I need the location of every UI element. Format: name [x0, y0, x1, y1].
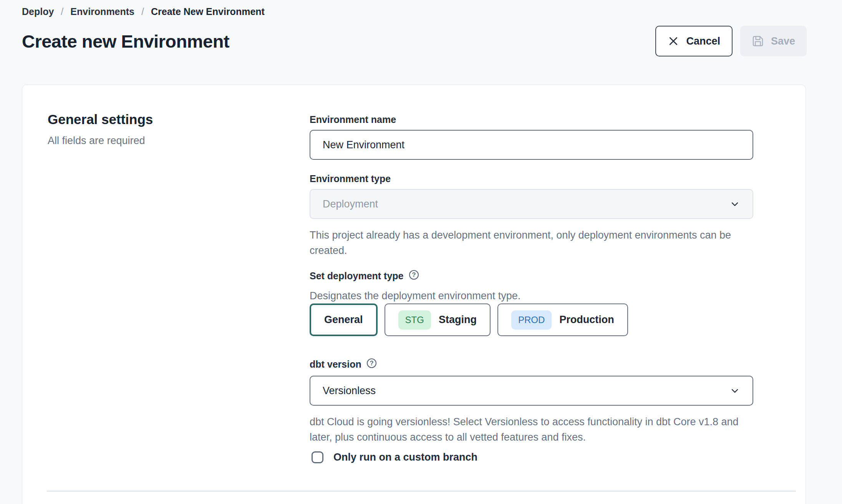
deployment-option-general[interactable]: General: [310, 303, 378, 336]
help-icon[interactable]: ?: [408, 269, 419, 283]
custom-branch-label: Only run on a custom branch: [333, 451, 477, 463]
chevron-down-icon: [729, 199, 740, 209]
staging-badge: STG: [398, 310, 431, 330]
save-button-label: Save: [771, 35, 795, 47]
close-icon: [668, 35, 679, 47]
help-icon[interactable]: ?: [366, 358, 377, 371]
deployment-option-staging[interactable]: STG Staging: [385, 303, 491, 336]
environment-type-label: Environment type: [310, 173, 753, 184]
section-divider: [47, 491, 796, 492]
deployment-option-production-label: Production: [559, 314, 614, 326]
breadcrumb-current-page: Create New Environment: [151, 6, 265, 17]
svg-text:?: ?: [412, 271, 416, 278]
section-title: General settings: [48, 112, 310, 127]
dbt-version-select[interactable]: Versionless: [310, 376, 753, 406]
deployment-option-staging-label: Staging: [439, 314, 477, 326]
section-subtitle: All fields are required: [48, 135, 310, 147]
save-button: Save: [740, 26, 807, 56]
dbt-version-value: Versionless: [323, 385, 376, 397]
environment-type-select: Deployment: [310, 189, 753, 219]
chevron-down-icon: [729, 385, 740, 396]
dbt-version-label: dbt version: [310, 359, 361, 370]
custom-branch-checkbox[interactable]: [312, 451, 323, 463]
environment-name-input[interactable]: [310, 130, 753, 160]
page-title: Create new Environment: [22, 31, 229, 52]
breadcrumb: Deploy / Environments / Create New Envir…: [0, 0, 842, 17]
svg-text:?: ?: [370, 360, 373, 366]
deployment-type-options: General STG Staging PROD Production: [310, 303, 753, 336]
environment-type-helper: This project already has a development e…: [310, 227, 753, 258]
general-settings-card: General settings All fields are required…: [22, 85, 806, 504]
environment-name-label: Environment name: [310, 114, 753, 125]
save-icon: [752, 35, 764, 47]
breadcrumb-separator: /: [141, 6, 144, 17]
deployment-type-helper: Designates the deployment environment ty…: [310, 288, 753, 303]
production-badge: PROD: [511, 310, 552, 330]
cancel-button-label: Cancel: [686, 35, 720, 47]
deployment-option-general-label: General: [324, 314, 363, 326]
header-actions: Cancel Save: [655, 26, 807, 56]
cancel-button[interactable]: Cancel: [655, 26, 733, 56]
breadcrumb-deploy[interactable]: Deploy: [22, 6, 54, 17]
breadcrumb-separator: /: [61, 6, 63, 17]
dbt-version-helper: dbt Cloud is going versionless! Select V…: [310, 414, 753, 445]
deployment-option-production[interactable]: PROD Production: [497, 303, 628, 336]
environment-type-value: Deployment: [323, 198, 378, 210]
breadcrumb-environments[interactable]: Environments: [70, 6, 134, 17]
deployment-type-label: Set deployment type: [310, 270, 404, 282]
